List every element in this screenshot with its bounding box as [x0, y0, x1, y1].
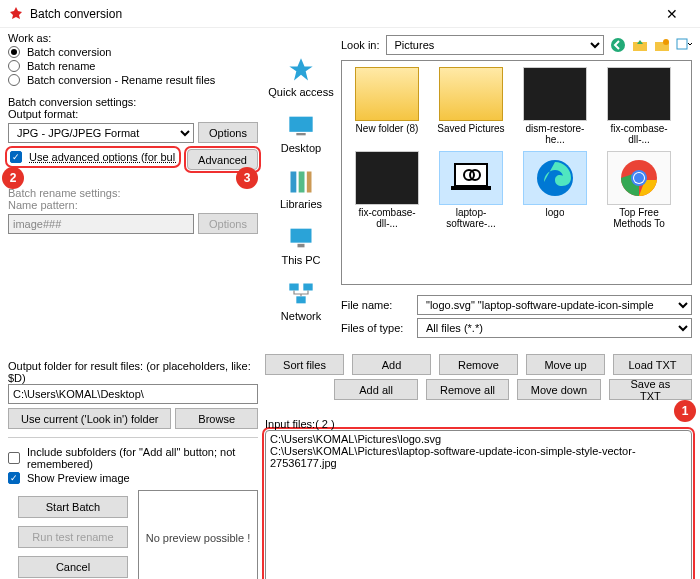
callout-1: 1 — [674, 400, 696, 422]
file-item[interactable]: Saved Pictures — [432, 67, 510, 145]
up-folder-icon[interactable] — [632, 37, 648, 53]
cancel-button[interactable]: Cancel — [18, 556, 128, 578]
sort-files-button[interactable]: Sort files — [265, 354, 344, 375]
svg-point-3 — [663, 39, 669, 45]
remove-all-button[interactable]: Remove all — [426, 379, 509, 400]
back-icon[interactable] — [610, 37, 626, 53]
file-name-field[interactable]: "logo.svg" "laptop-software-update-icon-… — [417, 295, 692, 315]
output-folder-input[interactable] — [8, 384, 258, 404]
advanced-options-checkbox[interactable] — [10, 151, 22, 163]
lookin-label: Look in: — [341, 39, 380, 51]
start-batch-button[interactable]: Start Batch — [18, 496, 128, 518]
place-desktop[interactable]: Desktop — [265, 108, 337, 158]
close-button[interactable]: ✕ — [652, 6, 692, 22]
svg-rect-13 — [303, 284, 312, 291]
advanced-options-check-wrap[interactable]: Use advanced options (for bulk resize...… — [8, 149, 178, 165]
svg-rect-10 — [291, 229, 312, 243]
places-bar: Quick access Desktop Libraries This PC N… — [265, 52, 337, 326]
input-file-row[interactable]: C:\Users\KOMAL\Pictures\laptop-software-… — [270, 445, 687, 469]
svg-rect-6 — [296, 133, 305, 135]
file-item[interactable]: Top Free Methods To Convert PST ... — [600, 151, 678, 229]
pattern-label: Name pattern: — [8, 199, 258, 211]
place-network[interactable]: Network — [265, 276, 337, 326]
svg-rect-5 — [289, 117, 312, 132]
callout-2: 2 — [2, 167, 24, 189]
radio-batch-both[interactable]: Batch conversion - Rename result files — [8, 74, 258, 86]
svg-rect-12 — [289, 284, 298, 291]
use-current-folder-button[interactable]: Use current ('Look in') folder — [8, 408, 171, 429]
include-subfolders-check[interactable]: Include subfolders (for "Add all" button… — [8, 446, 258, 470]
add-button[interactable]: Add — [352, 354, 431, 375]
browse-button[interactable]: Browse — [175, 408, 258, 429]
place-quick-access[interactable]: Quick access — [265, 52, 337, 102]
file-type-field[interactable]: All files (*.*) — [417, 318, 692, 338]
radio-batch-rename[interactable]: Batch rename — [8, 60, 258, 72]
output-format-label: Output format: — [8, 108, 258, 120]
file-item[interactable]: dism-restore-he... — [516, 67, 594, 145]
remove-button[interactable]: Remove — [439, 354, 518, 375]
file-item[interactable]: New folder (8) — [348, 67, 426, 145]
input-file-row[interactable]: C:\Users\KOMAL\Pictures\logo.svg — [270, 433, 687, 445]
window-title: Batch conversion — [30, 7, 652, 21]
svg-rect-14 — [296, 296, 305, 303]
load-txt-button[interactable]: Load TXT — [613, 354, 692, 375]
app-icon — [8, 6, 24, 22]
move-down-button[interactable]: Move down — [517, 379, 600, 400]
run-test-rename-button: Run test rename — [18, 526, 128, 548]
bcs-header: Batch conversion settings: — [8, 96, 258, 108]
file-item[interactable]: fix-combase-dll-... — [600, 67, 678, 145]
file-item[interactable]: laptop-software-... — [432, 151, 510, 229]
move-up-button[interactable]: Move up — [526, 354, 605, 375]
svg-point-0 — [611, 38, 625, 52]
input-files-label: Input files:( 2 ) — [265, 418, 335, 430]
svg-rect-16 — [451, 186, 491, 190]
save-txt-button[interactable]: Save as TXT — [609, 379, 692, 400]
svg-rect-9 — [307, 172, 312, 193]
file-type-label: Files of type: — [341, 322, 411, 334]
brs-header: Batch rename settings: — [8, 187, 258, 199]
view-menu-icon[interactable] — [676, 37, 692, 53]
svg-rect-11 — [298, 244, 305, 248]
show-preview-check[interactable]: Show Preview image — [8, 472, 258, 484]
rename-options-button: Options — [198, 213, 258, 234]
output-options-button[interactable]: Options — [198, 122, 258, 143]
file-item[interactable]: logo — [516, 151, 594, 229]
file-item[interactable]: fix-combase-dll-... — [348, 151, 426, 229]
lookin-select[interactable]: Pictures — [386, 35, 604, 55]
output-folder-label: Output folder for result files: (or plac… — [8, 360, 258, 384]
svg-rect-8 — [299, 172, 305, 193]
name-pattern-input — [8, 214, 194, 234]
file-browser[interactable]: New folder (8)Saved Picturesdism-restore… — [341, 60, 692, 285]
workas-label: Work as: — [8, 32, 258, 44]
svg-point-23 — [634, 173, 644, 183]
file-name-label: File name: — [341, 299, 411, 311]
svg-rect-4 — [677, 39, 687, 49]
new-folder-icon[interactable] — [654, 37, 670, 53]
radio-batch-conversion[interactable]: Batch conversion — [8, 46, 258, 58]
place-libraries[interactable]: Libraries — [265, 164, 337, 214]
titlebar: Batch conversion ✕ — [0, 0, 700, 28]
svg-rect-7 — [291, 172, 297, 193]
input-files-list[interactable]: C:\Users\KOMAL\Pictures\logo.svgC:\Users… — [265, 430, 692, 579]
place-this-pc[interactable]: This PC — [265, 220, 337, 270]
callout-3: 3 — [236, 167, 258, 189]
add-all-button[interactable]: Add all — [334, 379, 417, 400]
preview-area: No preview possible ! — [138, 490, 258, 579]
output-format-select[interactable]: JPG - JPG/JPEG Format — [8, 123, 194, 143]
